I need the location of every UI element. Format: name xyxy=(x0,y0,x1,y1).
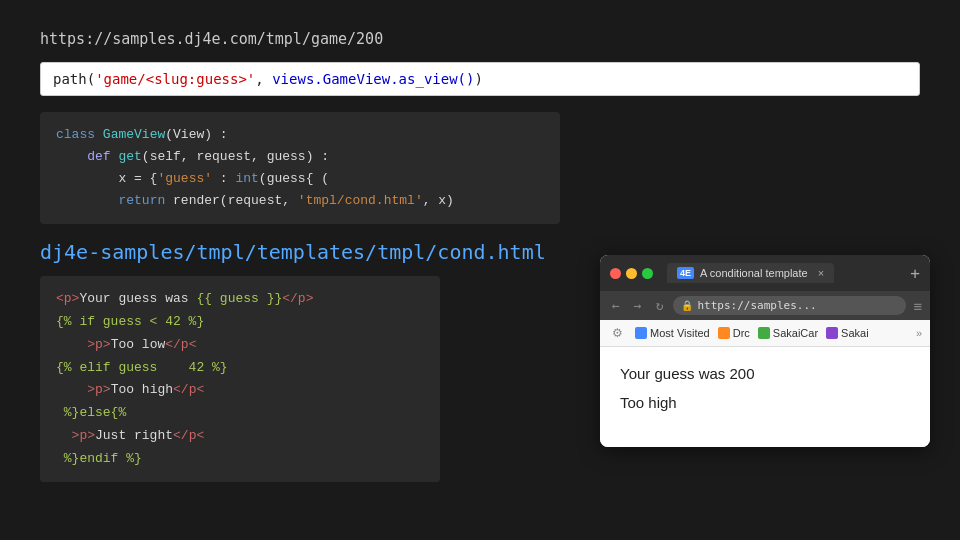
tmpl-line-8: %}endif %} xyxy=(56,448,424,471)
tab-favicon: 4E xyxy=(677,267,694,279)
tmpl-line-7: >p>Just right</p< xyxy=(56,425,424,448)
tmpl-line-1: <p>Your guess was {{ guess }}</p> xyxy=(56,288,424,311)
path-slug: 'game/<slug:guess>' xyxy=(95,71,255,87)
template-code-block: <p>Your guess was {{ guess }}</p> {% if … xyxy=(40,276,440,482)
browser-toolbar: ← → ↻ 🔒 https://samples... ≡ xyxy=(600,291,930,320)
browser-page-content: Your guess was 200 Too high xyxy=(600,347,930,447)
path-view: views.GameView.as_view() xyxy=(272,71,474,87)
code-line-1: class GameView(View) : xyxy=(56,124,544,146)
address-text: https://samples... xyxy=(697,299,816,312)
minimize-dot[interactable] xyxy=(626,268,637,279)
lock-icon: 🔒 xyxy=(681,300,693,311)
tmpl-line-2: {% if guess < 42 %} xyxy=(56,311,424,334)
guess-result-text: Your guess was 200 xyxy=(620,365,910,382)
bookmark-icon-3 xyxy=(758,327,770,339)
bookmark-icon-1 xyxy=(635,327,647,339)
refresh-button[interactable]: ↻ xyxy=(652,296,668,315)
tab-close-button[interactable]: × xyxy=(818,267,824,279)
bookmark-drc[interactable]: Drc xyxy=(718,327,750,339)
menu-button[interactable]: ≡ xyxy=(914,298,922,314)
code-line-3: x = {'guess' : int(guess{ ( xyxy=(56,168,544,190)
tmpl-line-4: {% elif guess 42 %} xyxy=(56,357,424,380)
high-low-text: Too high xyxy=(620,394,910,411)
tmpl-line-6: %}else{% xyxy=(56,402,424,425)
forward-button[interactable]: → xyxy=(630,296,646,315)
browser-tab[interactable]: 4E A conditional template × xyxy=(667,263,834,283)
settings-icon: ⚙ xyxy=(608,324,627,342)
browser-window: 4E A conditional template × + ← → ↻ 🔒 ht… xyxy=(600,255,930,447)
bookmark-icon-2 xyxy=(718,327,730,339)
new-tab-button[interactable]: + xyxy=(910,264,920,283)
bookmark-sakai[interactable]: Sakai xyxy=(826,327,869,339)
address-bar[interactable]: 🔒 https://samples... xyxy=(673,296,905,315)
bookmark-label-3: SakaiCar xyxy=(773,327,818,339)
bookmark-label-4: Sakai xyxy=(841,327,869,339)
bookmark-label-1: Most Visited xyxy=(650,327,710,339)
url-display: https://samples.dj4e.com/tmpl/game/200 xyxy=(40,30,920,48)
bookmarks-overflow[interactable]: » xyxy=(916,327,922,339)
browser-titlebar: 4E A conditional template × + xyxy=(600,255,930,291)
bookmark-icon-4 xyxy=(826,327,838,339)
tmpl-line-5: >p>Too high</p< xyxy=(56,379,424,402)
tab-label: A conditional template xyxy=(700,267,808,279)
browser-dots xyxy=(610,268,653,279)
bookmark-most-visited[interactable]: Most Visited xyxy=(635,327,710,339)
code-line-4: return render(request, 'tmpl/cond.html',… xyxy=(56,190,544,212)
bookmark-sakaicar[interactable]: SakaiCar xyxy=(758,327,818,339)
maximize-dot[interactable] xyxy=(642,268,653,279)
path-definition-box: path('game/<slug:guess>', views.GameView… xyxy=(40,62,920,96)
back-button[interactable]: ← xyxy=(608,296,624,315)
close-dot[interactable] xyxy=(610,268,621,279)
tmpl-line-3: >p>Too low</p< xyxy=(56,334,424,357)
python-code-block: class GameView(View) : def get(self, req… xyxy=(40,112,560,224)
bookmarks-bar: ⚙ Most Visited Drc SakaiCar Sakai » xyxy=(600,320,930,347)
code-line-2: def get(self, request, guess) : xyxy=(56,146,544,168)
bookmark-label-2: Drc xyxy=(733,327,750,339)
